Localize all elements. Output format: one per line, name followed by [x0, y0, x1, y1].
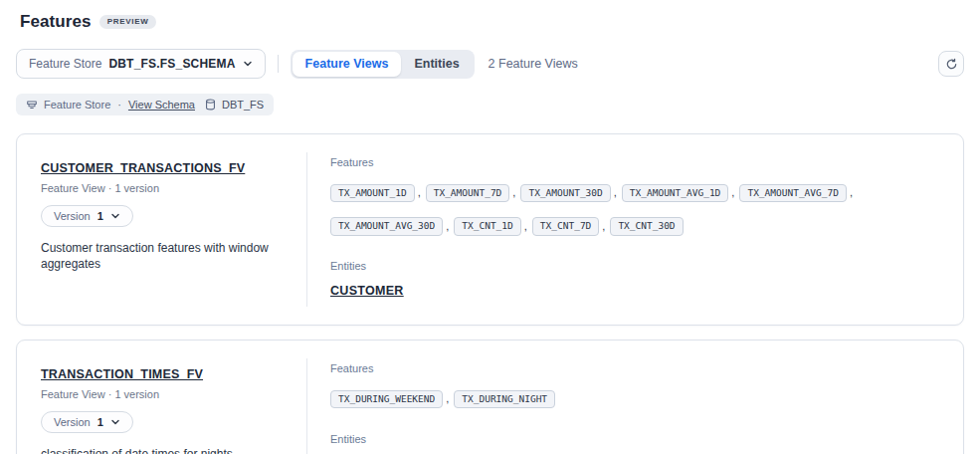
version-selector[interactable]: Version 1 [41, 411, 133, 433]
feature-view-description: Customer transaction features with windo… [41, 240, 283, 272]
entity-list: CUSTOMER [330, 281, 939, 299]
card-summary: TRANSACTION_TIMES_FV Feature View · 1 ve… [17, 340, 306, 454]
view-toggle: Feature Views Entities [291, 50, 475, 79]
card-summary: CUSTOMER_TRANSACTIONS_FV Feature View · … [17, 134, 306, 325]
feature-views-count: 2 Feature Views [489, 57, 578, 71]
chip-separator: , [850, 186, 853, 198]
chip-separator: , [524, 220, 527, 232]
tab-entities[interactable]: Entities [401, 52, 472, 77]
feature-view-name-link[interactable]: CUSTOMER_TRANSACTIONS_FV [41, 161, 245, 175]
chip-separator: , [446, 392, 449, 404]
chevron-down-icon [110, 211, 120, 221]
feature-view-card: CUSTOMER_TRANSACTIONS_FV Feature View · … [16, 133, 964, 326]
version-label: Version [54, 210, 91, 222]
entities-section-label: Entities [330, 433, 939, 445]
entities-section-label: Entities [330, 260, 939, 272]
feature-chip: TX_AMOUNT_7D [426, 184, 510, 202]
chevron-down-icon [110, 417, 120, 427]
entities-section: Entities TRANSACTION [330, 433, 939, 454]
feature-chip: TX_AMOUNT_30D [520, 184, 610, 202]
features-page: Features PREVIEW Feature Store DBT_FS.FS… [0, 0, 980, 454]
feature-chip: TX_CNT_1D [454, 217, 520, 235]
chip-separator: , [602, 220, 605, 232]
feature-chip: TX_AMOUNT_AVG_7D [739, 184, 847, 202]
card-detail: Features TX_AMOUNT_1D,TX_AMOUNT_7D,TX_AM… [307, 134, 963, 325]
feature-chip: TX_AMOUNT_AVG_30D [330, 217, 443, 235]
feature-chip: TX_AMOUNT_AVG_1D [622, 184, 729, 202]
page-title: Features [20, 12, 92, 32]
feature-chip: TX_DURING_WEEKEND [330, 390, 443, 408]
feature-store-selector[interactable]: Feature Store DBT_FS.FS_SCHEMA [16, 49, 266, 79]
toolbar: Feature Store DBT_FS.FS_SCHEMA Feature V… [16, 49, 964, 79]
chip-separator: , [418, 186, 421, 198]
feature-chip: TX_DURING_NIGHT [454, 390, 555, 408]
version-label: Version [54, 416, 91, 428]
version-selector[interactable]: Version 1 [41, 205, 133, 227]
refresh-button[interactable] [938, 51, 964, 77]
feature-store-selector-value: DBT_FS.FS_SCHEMA [108, 57, 235, 71]
tab-feature-views[interactable]: Feature Views [293, 52, 402, 77]
chip-separator: , [614, 186, 617, 198]
breadcrumb-store-label: Feature Store [44, 99, 110, 111]
chip-separator: , [512, 186, 515, 198]
feature-store-selector-label: Feature Store [29, 57, 101, 71]
breadcrumb-database-name: DBT_FS [222, 99, 264, 111]
chip-separator: , [446, 220, 449, 232]
features-chip-list: TX_DURING_WEEKEND,TX_DURING_NIGHT [330, 381, 937, 415]
view-schema-link[interactable]: View Schema [128, 99, 195, 111]
features-chip-list: TX_AMOUNT_1D,TX_AMOUNT_7D,TX_AMOUNT_30D,… [330, 175, 937, 242]
feature-view-card: TRANSACTION_TIMES_FV Feature View · 1 ve… [16, 340, 964, 454]
breadcrumb-separator: · [117, 99, 121, 111]
feature-chip: TX_CNT_7D [532, 217, 599, 235]
features-section-label: Features [330, 362, 939, 374]
feature-store-icon [26, 99, 38, 111]
version-value: 1 [98, 416, 103, 428]
chip-separator: , [731, 186, 734, 198]
entities-section: Entities CUSTOMER [330, 260, 939, 299]
card-detail: Features TX_DURING_WEEKEND,TX_DURING_NIG… [307, 340, 963, 454]
feature-chip: TX_CNT_30D [610, 217, 683, 235]
refresh-icon [945, 58, 958, 71]
feature-view-description: classification of date times for nights … [41, 446, 283, 454]
feature-view-list: CUSTOMER_TRANSACTIONS_FV Feature View · … [16, 133, 964, 454]
version-value: 1 [98, 210, 103, 222]
feature-view-meta: Feature View · 1 version [41, 388, 283, 400]
page-header: Features PREVIEW [16, 12, 964, 32]
features-section-label: Features [330, 156, 939, 168]
chevron-down-icon [243, 59, 253, 69]
breadcrumb: Feature Store · View Schema DBT_FS [16, 94, 274, 115]
toolbar-divider [278, 55, 279, 73]
database-icon [205, 99, 216, 111]
preview-badge: PREVIEW [99, 15, 157, 29]
entity-link[interactable]: CUSTOMER [330, 284, 404, 298]
breadcrumb-row: Feature Store · View Schema DBT_FS [16, 94, 964, 115]
feature-view-name-link[interactable]: TRANSACTION_TIMES_FV [41, 367, 203, 381]
feature-chip: TX_AMOUNT_1D [330, 184, 415, 202]
feature-view-meta: Feature View · 1 version [41, 182, 283, 194]
